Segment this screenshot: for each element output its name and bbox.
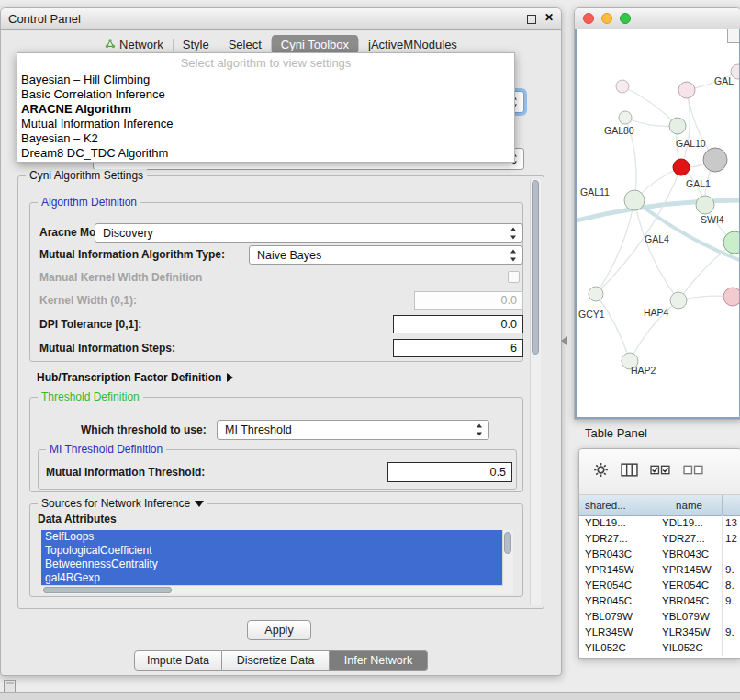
sources-group-title[interactable]: Sources for Network Inference xyxy=(38,497,207,510)
algorithm-option[interactable]: Bayesian – K2 xyxy=(17,131,514,146)
table-row[interactable]: YPR145WYPR145W9. xyxy=(579,562,740,578)
attribute-item[interactable]: BetweennessCentrality xyxy=(41,558,503,571)
close-window-icon[interactable]: ✕ xyxy=(544,11,554,24)
close-traffic-light-icon[interactable] xyxy=(583,13,594,24)
mac-titlebar[interactable] xyxy=(575,8,740,30)
table-row[interactable]: YBR043CYBR043C xyxy=(579,547,740,562)
table-panel-title: Table Panel xyxy=(585,426,647,440)
mi-threshold-field[interactable]: 0.5 xyxy=(387,462,512,482)
tab-label: Cyni Toolbox xyxy=(281,38,349,51)
tab-style[interactable]: Style xyxy=(174,35,219,54)
table-row[interactable]: YER054CYER054C8. xyxy=(579,578,740,593)
table-settings-gear-icon[interactable] xyxy=(593,462,609,481)
network-node[interactable] xyxy=(678,82,695,98)
select-all-icon[interactable] xyxy=(650,463,671,480)
cyni-settings-group: Cyni Algorithm Settings Algorithm Defini… xyxy=(17,175,544,609)
table-cell: YPR145W xyxy=(579,562,656,578)
aracne-mode-combobox[interactable]: Discovery xyxy=(95,223,523,243)
algorithm-definition-title: Algorithm Definition xyxy=(38,196,140,209)
tab-label: jActiveMNodules xyxy=(368,38,457,51)
tab-network[interactable]: Network xyxy=(95,35,173,54)
minimize-traffic-light-icon[interactable] xyxy=(601,13,612,24)
zoom-traffic-light-icon[interactable] xyxy=(620,13,631,24)
table-rows: YDL19...YDL19...13YDR27...YDR27...12YBR0… xyxy=(579,515,740,658)
network-window: GALGAL80GAL10GAL11GAL1SWI4GAL4GCY1HAP4HA… xyxy=(574,7,740,420)
algorithm-option[interactable]: Dream8 DC_TDC Algorithm xyxy=(17,146,514,161)
network-edge[interactable] xyxy=(596,294,630,361)
hub-definition-row[interactable]: Hub/Transcription Factor Definition xyxy=(37,371,233,384)
kernel-width-field[interactable]: 0.0 xyxy=(414,291,523,310)
network-canvas[interactable]: GALGAL80GAL10GAL11GAL1SWI4GAL4GCY1HAP4HA… xyxy=(575,29,740,419)
tab-select[interactable]: Select xyxy=(219,35,271,54)
mi-type-value: Naive Bayes xyxy=(257,249,321,262)
which-threshold-combobox[interactable]: MI Threshold xyxy=(217,420,489,440)
header-cell-extra[interactable] xyxy=(723,495,740,515)
table-row[interactable]: YDR27...YDR27...12 xyxy=(579,531,740,547)
mi-steps-field[interactable]: 6 xyxy=(393,339,523,357)
window-title: Control Panel xyxy=(8,12,81,26)
manual-kernel-checkbox[interactable] xyxy=(508,271,520,283)
table-cell: YBR043C xyxy=(656,547,723,562)
network-node[interactable] xyxy=(616,80,629,93)
attribute-rows: SelfLoopsTopologicalCoefficientBetweenne… xyxy=(41,530,513,585)
scrollbar-thumb[interactable] xyxy=(532,180,539,355)
bottom-tab-impute-data[interactable]: Impute Data xyxy=(134,650,222,671)
network-node-label: GAL4 xyxy=(645,233,669,244)
expand-right-icon[interactable] xyxy=(227,373,233,382)
attribute-item[interactable]: TopologicalCoefficient xyxy=(41,544,503,558)
mi-type-combobox[interactable]: Naive Bayes xyxy=(249,245,523,265)
table-row[interactable]: YBR045CYBR045C9. xyxy=(579,593,740,609)
dropdown-item-list: Bayesian – Hill ClimbingBasic Correlatio… xyxy=(17,73,514,161)
dpi-tolerance-field[interactable]: 0.0 xyxy=(393,315,523,333)
network-node[interactable] xyxy=(669,118,686,134)
network-node[interactable] xyxy=(624,190,645,210)
scrollbar-thumb[interactable] xyxy=(504,532,511,554)
table-cell xyxy=(723,609,740,625)
table-row[interactable]: YBL079WYBL079W xyxy=(579,609,740,625)
tab-cyni-toolbox[interactable]: Cyni Toolbox xyxy=(272,35,358,54)
network-node[interactable] xyxy=(723,288,739,306)
apply-button[interactable]: Apply xyxy=(247,620,311,640)
mi-type-label: Mutual Information Algorithm Type: xyxy=(39,245,225,264)
network-node[interactable] xyxy=(670,292,687,309)
collapse-down-icon[interactable] xyxy=(195,501,204,507)
deselect-all-icon[interactable] xyxy=(683,463,704,480)
network-node[interactable] xyxy=(703,148,727,172)
network-graph[interactable]: GALGAL80GAL10GAL11GAL1SWI4GAL4GCY1HAP4HA… xyxy=(577,29,739,416)
attribute-item[interactable]: SelfLoops xyxy=(41,530,503,544)
attribute-item[interactable]: gal4RGexp xyxy=(41,571,503,585)
attribute-list[interactable]: SelfLoopsTopologicalCoefficientBetweenne… xyxy=(41,530,513,594)
bottom-tab-discretize-data[interactable]: Discretize Data xyxy=(222,650,330,671)
algorithm-option[interactable]: Mutual Information Inference xyxy=(17,117,514,131)
header-cell-name[interactable]: name xyxy=(656,495,723,515)
bottom-tab-infer-network[interactable]: Infer Network xyxy=(330,650,428,671)
algorithm-option[interactable]: Bayesian – Hill Climbing xyxy=(17,73,514,87)
network-node[interactable] xyxy=(619,111,632,124)
network-node[interactable] xyxy=(589,287,603,301)
which-threshold-label: Which threshold to use: xyxy=(81,421,207,439)
network-node[interactable] xyxy=(696,196,714,214)
panel-collapse-arrow[interactable] xyxy=(561,336,567,345)
settings-scrollbar[interactable] xyxy=(530,179,541,605)
algorithm-option[interactable]: Basic Correlation Inference xyxy=(17,87,514,102)
control-panel-window: Control Panel ✕ Network Style Select Cyn… xyxy=(0,7,562,676)
header-cell-shared[interactable]: shared... xyxy=(579,495,656,515)
network-node-label: GCY1 xyxy=(578,309,605,320)
mi-threshold-label: Mutual Information Threshold: xyxy=(46,463,205,481)
table-row[interactable]: YIL052CYIL052C xyxy=(579,640,740,656)
table-row[interactable]: YLR345WYLR345W9. xyxy=(579,625,740,640)
table-cell: YBR045C xyxy=(579,593,656,609)
tab-jactivemnodules[interactable]: jActiveMNodules xyxy=(359,35,466,54)
birdseye-corner-box[interactable] xyxy=(727,29,739,43)
table-cell: YLR345W xyxy=(579,625,656,640)
float-window-icon[interactable] xyxy=(527,15,536,24)
window-titlebar[interactable]: Control Panel ✕ xyxy=(1,8,561,30)
table-row[interactable]: YDL19...YDL19...13 xyxy=(579,515,740,531)
table-cell: YDR27... xyxy=(656,531,723,547)
network-node[interactable] xyxy=(673,159,690,175)
list-vscrollbar[interactable] xyxy=(502,530,513,594)
scrollbar-thumb[interactable] xyxy=(43,587,172,593)
algorithm-option[interactable]: ARACNE Algorithm xyxy=(17,102,514,117)
table-columns-icon[interactable] xyxy=(621,462,638,481)
list-hscrollbar[interactable] xyxy=(41,585,503,594)
